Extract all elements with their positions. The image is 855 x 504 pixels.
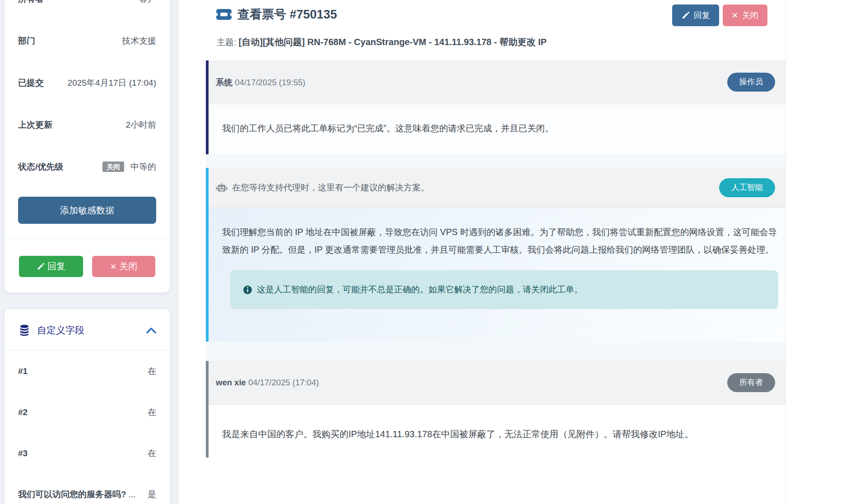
custom-fields-title: 自定义字段	[37, 324, 146, 337]
database-icon	[18, 324, 31, 337]
ai-disclaimer: 这是人工智能的回复，可能并不总是正确的。如果它解决了您的问题，请关闭此工单。	[230, 270, 778, 309]
message-body: 我们理解您当前的 IP 地址在中国被屏蔽，导致您在访问 VPS 时遇到的诸多困难…	[209, 208, 785, 342]
ticket-main-panel: 查看票号 #750135 回复 ✕ 关闭 主题: [自动][其他问题] RN-7…	[206, 0, 786, 504]
info-icon	[243, 285, 252, 295]
message-separator	[206, 154, 785, 168]
field-label: 我们可以访问您的服务器吗? ...	[18, 489, 136, 500]
info-row-submitted: 已提交 2025年4月17日 (17:04)	[5, 62, 170, 104]
message-owner: wen xie 04/17/2025 (17:04) 所有者 我是来自中国的客户…	[206, 361, 785, 458]
info-label: 已提交	[18, 77, 44, 89]
message-thread: 系统 04/17/2025 (19:55) 操作员 我们的工作人员已将此工单标记…	[206, 60, 785, 458]
add-sensitive-data-button[interactable]: 添加敏感数据	[18, 197, 156, 224]
ticket-info-card: 所有者 客户 部门 技术支援 已提交 2025年4月17日 (17:04) 上次…	[5, 0, 170, 292]
message-header: wen xie 04/17/2025 (17:04) 所有者	[209, 361, 785, 405]
info-row-last-updated: 上次更新 2小时前	[5, 104, 170, 146]
field-value: 是	[148, 489, 156, 500]
message-separator	[206, 342, 785, 361]
pencil-icon	[37, 263, 45, 271]
status-badge: 关闭	[102, 162, 124, 172]
sidebar-close-label: 关闭	[119, 260, 137, 273]
message-body: 我是来自中国的客户。我购买的IP地址141.11.93.178在中国被屏蔽了，无…	[209, 405, 785, 458]
custom-fields-header[interactable]: 自定义字段	[5, 309, 170, 350]
pencil-icon	[681, 11, 690, 20]
message-date: 04/17/2025 (17:04)	[248, 378, 319, 387]
ellipsis: ...	[129, 490, 136, 499]
ticket-page: 所有者 客户 部门 技术支援 已提交 2025年4月17日 (17:04) 上次…	[0, 0, 855, 504]
field-value: 在	[148, 365, 156, 377]
robot-icon	[216, 183, 228, 193]
custom-field-row-3: #3 在	[5, 433, 170, 474]
owner-badge: 所有者	[727, 373, 776, 392]
author-name: 系统	[216, 78, 232, 87]
info-value: 2小时前	[125, 119, 156, 131]
sidebar-reply-label: 回复	[47, 260, 65, 273]
message-system: 系统 04/17/2025 (19:55) 操作员 我们的工作人员已将此工单标记…	[206, 60, 785, 154]
info-value: 2025年4月17日 (17:04)	[68, 77, 156, 89]
custom-fields-card: 自定义字段 #1 在 #2 在 #3 在 我们可以访问您的服务器吗? ... 是	[5, 309, 170, 504]
message-body: 我们的工作人员已将此工单标记为“已完成”。这意味着您的请求已完成，并且已关闭。	[209, 104, 785, 154]
field-label: #3	[18, 449, 28, 458]
close-button[interactable]: ✕ 关闭	[723, 5, 767, 26]
subject-text: [自动][其他问题] RN-768M - CyanStrange-VM - 14…	[239, 37, 547, 47]
x-icon: ✕	[110, 262, 116, 271]
chevron-up-icon[interactable]	[146, 327, 156, 333]
info-label: 所有者	[18, 0, 44, 5]
reply-button[interactable]: 回复	[672, 5, 719, 26]
message-ai: 在您等待支持代理时，这里有一个建议的解决方案。 人工智能 我们理解您当前的 IP…	[206, 168, 785, 342]
sidebar-reply-button[interactable]: 回复	[19, 256, 83, 277]
custom-field-row-question: 我们可以访问您的服务器吗? ... 是	[5, 474, 170, 504]
reply-label: 回复	[694, 10, 710, 21]
message-author-date: wen xie 04/17/2025 (17:04)	[216, 378, 319, 388]
ticket-subject: 主题: [自动][其他问题] RN-768M - CyanStrange-VM …	[217, 36, 767, 48]
author-name: wen xie	[216, 378, 246, 387]
info-value: 客户	[139, 0, 156, 5]
info-value: 技术支援	[122, 35, 156, 47]
message-header: 在您等待支持代理时，这里有一个建议的解决方案。 人工智能	[209, 168, 785, 208]
priority-value: 中等的	[130, 161, 156, 173]
field-label: #2	[18, 407, 28, 417]
ticket-icon	[216, 8, 232, 21]
x-icon: ✕	[732, 11, 738, 20]
ai-suggestion-intro: 在您等待支持代理时，这里有一个建议的解决方案。	[232, 182, 429, 194]
close-label: 关闭	[742, 10, 758, 21]
info-row-department: 部门 技术支援	[5, 20, 170, 62]
field-label: #1	[18, 366, 28, 376]
info-label: 上次更新	[18, 119, 52, 131]
message-header: 系统 04/17/2025 (19:55) 操作员	[209, 60, 785, 104]
page-title: 查看票号 #750135	[237, 6, 337, 23]
info-row-status-priority: 状态/优先级 关闭 中等的	[5, 146, 170, 188]
custom-field-row-1: #1 在	[5, 351, 170, 392]
ai-answer-text: 我们理解您当前的 IP 地址在中国被屏蔽，导致您在访问 VPS 时遇到的诸多困难…	[222, 223, 778, 259]
info-label: 部门	[18, 35, 35, 47]
info-row-owner: 所有者 客户	[5, 0, 170, 20]
info-label: 状态/优先级	[18, 161, 63, 173]
subject-label: 主题:	[217, 37, 236, 47]
message-author-date: 系统 04/17/2025 (19:55)	[216, 77, 306, 88]
ai-disclaimer-text: 这是人工智能的回复，可能并不总是正确的。如果它解决了您的问题，请关闭此工单。	[257, 284, 583, 296]
custom-field-row-2: #2 在	[5, 392, 170, 433]
sidebar-close-button[interactable]: ✕ 关闭	[92, 256, 155, 277]
field-value: 在	[148, 448, 156, 459]
ai-badge: 人工智能	[719, 178, 775, 197]
field-value: 在	[148, 407, 156, 418]
operator-badge: 操作员	[727, 73, 776, 92]
message-date: 04/17/2025 (19:55)	[235, 78, 305, 87]
